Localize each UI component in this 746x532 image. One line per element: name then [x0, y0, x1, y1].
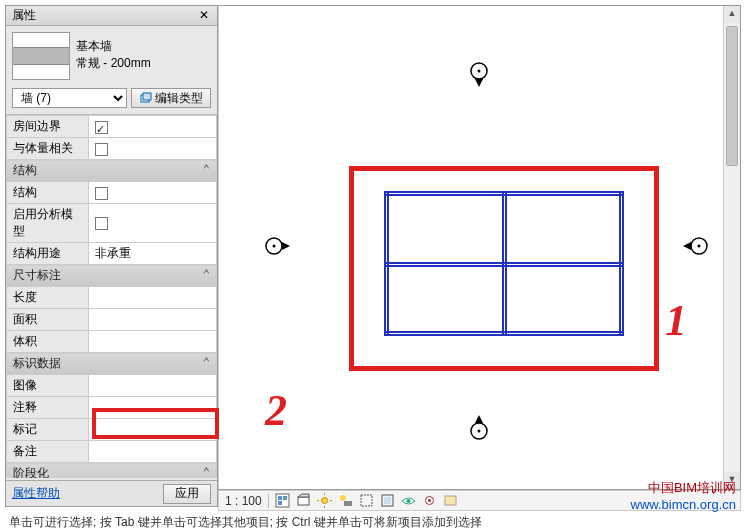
svg-rect-33	[445, 496, 456, 505]
wall-assembly[interactable]	[384, 191, 624, 336]
row-length: 长度	[7, 287, 217, 309]
watermark-line2: www.bimcn.org.cn	[631, 497, 736, 514]
elevation-marker-south[interactable]	[469, 421, 489, 441]
temporary-view-icon[interactable]	[443, 493, 458, 508]
panel-footer: 属性帮助 应用	[6, 480, 217, 506]
status-text: 单击可进行选择; 按 Tab 键并单击可选择其他项目; 按 Ctrl 键并单击可…	[9, 515, 482, 529]
svg-rect-16	[283, 496, 287, 500]
checkbox-mass-related[interactable]	[95, 143, 108, 156]
type-thumbnail	[12, 32, 70, 80]
svg-rect-15	[278, 496, 282, 500]
svg-point-6	[273, 245, 276, 248]
element-filter-select[interactable]: 墙 (7)	[12, 88, 127, 108]
svg-marker-10	[683, 242, 691, 250]
row-enable-analysis: 启用分析模型	[7, 204, 217, 243]
section-identity: 标识数据⌃	[7, 353, 217, 375]
close-icon[interactable]: ✕	[197, 9, 211, 23]
svg-rect-1	[143, 93, 151, 100]
type-header: 基本墙 常规 - 200mm	[6, 26, 217, 86]
svg-rect-29	[384, 497, 391, 504]
svg-point-9	[698, 245, 701, 248]
row-mark: 标记	[7, 419, 217, 441]
type-text: 基本墙 常规 - 200mm	[76, 32, 151, 72]
svg-point-25	[340, 495, 346, 501]
row-area: 面积	[7, 309, 217, 331]
watermark-line1: 中国BIM培训网	[631, 480, 736, 497]
annotation-number-1: 1	[665, 295, 687, 346]
svg-point-32	[428, 499, 431, 502]
row-image: 图像	[7, 375, 217, 397]
family-type: 基本墙	[76, 38, 151, 55]
hide-isolate-icon[interactable]	[401, 493, 416, 508]
svg-point-30	[406, 499, 410, 503]
collapse-icon[interactable]: ⌃	[203, 465, 210, 478]
svg-rect-26	[344, 501, 352, 506]
properties-help-link[interactable]: 属性帮助	[12, 485, 60, 502]
section-structure: 结构⌃	[7, 160, 217, 182]
family-name: 常规 - 200mm	[76, 55, 151, 72]
sun-path-icon[interactable]	[317, 493, 332, 508]
crop-view-icon[interactable]	[359, 493, 374, 508]
panel-titlebar[interactable]: 属性 ✕	[6, 6, 217, 26]
panel-title: 属性	[12, 7, 36, 24]
svg-rect-18	[298, 497, 309, 505]
elevation-marker-west[interactable]	[264, 236, 284, 256]
collapse-icon[interactable]: ⌃	[203, 162, 210, 176]
svg-marker-7	[282, 242, 290, 250]
view-scale[interactable]: 1 : 100	[225, 494, 262, 508]
vertical-scrollbar[interactable]: ▲ ▼	[723, 6, 740, 489]
annotation-number-2: 2	[265, 385, 287, 436]
shadows-icon[interactable]	[338, 493, 353, 508]
wall-right	[619, 191, 624, 336]
row-volume: 体积	[7, 331, 217, 353]
row-room-bounding: 房间边界	[7, 116, 217, 138]
checkbox-room-bounding[interactable]	[95, 121, 108, 134]
svg-point-12	[478, 430, 481, 433]
annotation-highlight-1	[349, 166, 659, 371]
properties-panel: 属性 ✕ 基本墙 常规 - 200mm 墙 (7) 编辑类型 房间边界 与体量相…	[5, 5, 218, 507]
svg-point-20	[321, 498, 327, 504]
detail-level-icon[interactable]	[275, 493, 290, 508]
svg-marker-13	[475, 415, 483, 423]
svg-rect-17	[278, 501, 282, 505]
wall-left	[384, 191, 389, 336]
elevation-marker-north[interactable]	[469, 61, 489, 81]
row-mass-related: 与体量相关	[7, 138, 217, 160]
section-phasing: 阶段化⌃	[7, 463, 217, 479]
row-remarks: 备注	[7, 441, 217, 463]
svg-point-3	[478, 70, 481, 73]
visual-style-icon[interactable]	[296, 493, 311, 508]
svg-rect-14	[276, 494, 289, 507]
status-bar: 单击可进行选择; 按 Tab 键并单击可选择其他项目; 按 Ctrl 键并单击可…	[5, 512, 741, 530]
edit-type-button[interactable]: 编辑类型	[131, 88, 211, 108]
section-dimensions: 尺寸标注⌃	[7, 265, 217, 287]
svg-marker-4	[475, 79, 483, 87]
collapse-icon[interactable]: ⌃	[203, 355, 210, 369]
svg-marker-19	[298, 494, 309, 497]
checkbox-enable-analysis[interactable]	[95, 217, 108, 230]
drawing-canvas[interactable]: ▲ ▼	[218, 5, 741, 490]
scrollbar-thumb[interactable]	[726, 26, 738, 166]
svg-rect-27	[361, 495, 372, 506]
row-structural-use: 结构用途非承重	[7, 243, 217, 265]
apply-button[interactable]: 应用	[163, 484, 211, 504]
property-grid: 房间边界 与体量相关 结构⌃ 结构 启用分析模型 结构用途非承重 尺寸标注⌃ 长…	[6, 114, 217, 478]
crop-region-visible-icon[interactable]	[380, 493, 395, 508]
scroll-up-arrow[interactable]: ▲	[724, 6, 740, 23]
wall-mid-v	[502, 191, 507, 336]
reveal-hidden-icon[interactable]	[422, 493, 437, 508]
elevation-marker-east[interactable]	[689, 236, 709, 256]
row-comments: 注释	[7, 397, 217, 419]
watermark: 中国BIM培训网 www.bimcn.org.cn	[631, 480, 736, 514]
checkbox-structural[interactable]	[95, 187, 108, 200]
edit-type-icon	[140, 92, 152, 104]
row-structural: 结构	[7, 182, 217, 204]
collapse-icon[interactable]: ⌃	[203, 267, 210, 281]
